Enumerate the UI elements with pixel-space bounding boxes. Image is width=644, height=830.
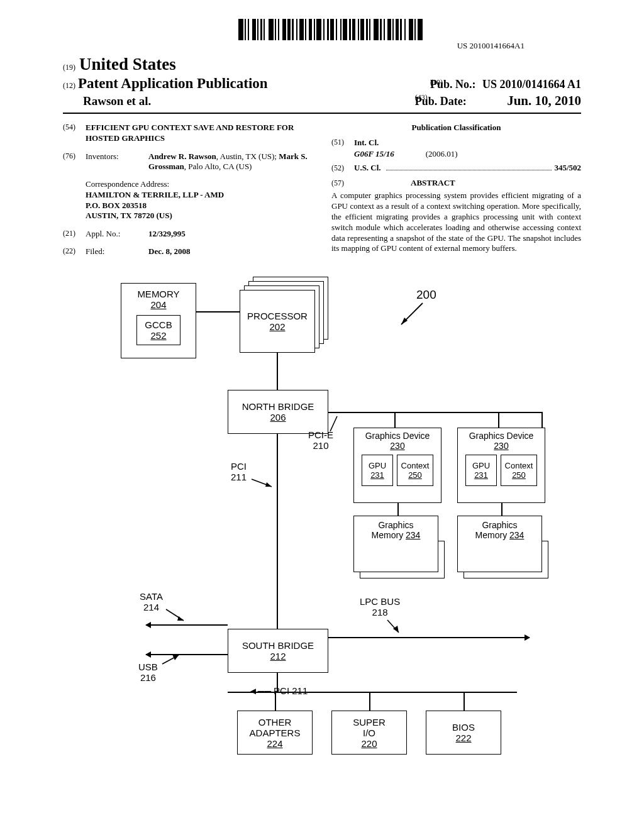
sata-arrow — [146, 624, 228, 626]
pcie-label: PCI-E 210 — [308, 429, 333, 451]
bios-box: BIOS 222 — [426, 711, 501, 755]
gpu-box-1: GPU 231 — [362, 455, 393, 486]
pubno-value: US 2010/0141664 A1 — [482, 78, 581, 91]
bus-to-bios — [464, 692, 465, 711]
corr-heading: Correspondence Address: — [86, 179, 313, 190]
north-to-gdev2 — [498, 412, 499, 428]
code-54: (54) — [63, 123, 86, 144]
pubno-code: (10) — [430, 78, 443, 87]
applno-label: Appl. No.: — [86, 229, 148, 239]
conn-north-south — [277, 434, 278, 629]
graphics-device-2: Graphics Device 230 GPU 231 Context 250 — [457, 428, 545, 503]
conn-memory-processor — [196, 311, 240, 313]
memory-ref: 204 — [150, 299, 166, 310]
code-21: (21) — [63, 229, 86, 239]
gccb-box: GCCB 252 — [136, 315, 180, 345]
graphics-memory-1: Graphics Memory 234 — [353, 516, 438, 572]
pubdate-value: Jun. 10, 2010 — [507, 93, 581, 108]
processor-label: PROCESSOR — [247, 311, 308, 321]
code-51: (51) — [331, 138, 354, 148]
usb-label: USB 216 — [138, 661, 158, 683]
code-12: (12) — [63, 81, 75, 90]
inventor-1-loc: , Austin, TX (US); — [216, 152, 279, 161]
memory-label: MEMORY — [137, 289, 179, 299]
processor-box: PROCESSOR 202 — [240, 290, 315, 353]
context-box-1: Context 250 — [397, 455, 433, 486]
north-to-extra — [541, 412, 543, 428]
south-bridge-ref: 212 — [270, 651, 286, 661]
barcode-text: US 20100141664A1 — [457, 41, 525, 51]
corr-line-3: AUSTIN, TX 78720 (US) — [86, 211, 313, 221]
sata-pointer — [164, 607, 189, 624]
sata-label: SATA 214 — [140, 591, 163, 612]
applno-value: 12/329,995 — [148, 229, 313, 239]
inventor-1-name: Andrew R. Rawson — [148, 152, 216, 161]
ref-200-arrow — [396, 301, 428, 332]
intcl-date: (2006.01) — [426, 149, 458, 159]
svg-marker-8 — [172, 655, 179, 660]
patent-publication-page: US 20100141664A1 (19) United States (12)… — [0, 0, 644, 786]
usb-pointer — [158, 651, 184, 667]
uscl-value: 345/502 — [554, 163, 581, 173]
bus-to-superio — [369, 692, 370, 711]
pub-type-row: (12) Patent Application Publication (10)… — [63, 75, 581, 92]
correspondence-block: Correspondence Address: HAMILTON & TERRI… — [86, 179, 313, 222]
north-right-bus — [328, 412, 542, 413]
inventors-label: Inventors: — [86, 152, 148, 172]
pci-pointer — [250, 477, 277, 489]
intcl-class: G06F 15/16 — [354, 149, 394, 159]
context-box-2: Context 250 — [501, 455, 537, 486]
north-to-gdev1 — [394, 412, 396, 428]
publication-type: Patent Application Publication — [78, 75, 268, 91]
inventor-2-loc: , Palo Alto, CA (US) — [184, 162, 252, 171]
gccb-label: GCCB — [145, 319, 172, 330]
filed-value: Dec. 8, 2008 — [148, 246, 313, 257]
pubdate-code: (43) — [415, 93, 428, 102]
gccb-ref: 252 — [150, 330, 166, 341]
south-right-bus — [328, 637, 530, 638]
intcl-label: Int. Cl. — [354, 138, 379, 148]
country-name: United States — [79, 55, 176, 74]
abstract-heading: ABSTRACT — [411, 178, 455, 188]
abstract-body: A computer graphics processing system pr… — [331, 191, 581, 254]
south-bridge-box: SOUTH BRIDGE 212 — [228, 629, 328, 673]
uscl-label: U.S. Cl. — [354, 163, 381, 173]
pci211-label: ◄──PCI 211 — [248, 685, 308, 696]
code-19: (19) — [63, 63, 75, 72]
gdev2-to-mem — [501, 503, 502, 516]
corr-line-2: P.O. BOX 203518 — [86, 201, 313, 211]
barcode-graphic — [221, 19, 423, 40]
header-country-row: (19) United States — [63, 55, 581, 74]
svg-marker-4 — [265, 482, 272, 487]
graphics-memory-2: Graphics Memory 234 — [457, 516, 542, 572]
graphics-device-1: Graphics Device 230 GPU 231 Context 250 — [353, 428, 441, 503]
invention-title: EFFICIENT GPU CONTEXT SAVE AND RESTORE F… — [86, 123, 313, 144]
system-diagram: MEMORY 204 GCCB 252 PROCESSOR 202 200 NO… — [96, 277, 548, 773]
code-22: (22) — [63, 246, 86, 257]
corr-line-1: HAMILTON & TERRILE, LLP - AMD — [86, 190, 313, 201]
gpu-box-2: GPU 231 — [465, 455, 497, 486]
processor-ref: 202 — [269, 321, 285, 332]
right-column: Publication Classification (51) Int. Cl.… — [331, 123, 581, 264]
classification-heading: Publication Classification — [331, 123, 581, 133]
dot-leader — [386, 170, 552, 170]
author-date-row: Rawson et al. (43) Pub. Date: Jun. 10, 2… — [63, 93, 581, 114]
south-bridge-label: SOUTH BRIDGE — [242, 640, 314, 651]
authors-header: Rawson et al. — [83, 94, 151, 108]
memory-box: MEMORY 204 GCCB 252 — [121, 283, 196, 358]
fig-ref-200: 200 — [416, 288, 436, 302]
code-57: (57) — [331, 179, 354, 188]
super-io-box: SUPER I/O 220 — [331, 711, 407, 755]
barcode-block: US 20100141664A1 — [63, 19, 581, 51]
gdev1-ref: 230 — [390, 441, 404, 451]
biblio-columns: (54) EFFICIENT GPU CONTEXT SAVE AND REST… — [63, 123, 581, 264]
filed-label: Filed: — [86, 246, 148, 257]
lpc-bus-label: LPC BUS 218 — [360, 596, 400, 617]
code-52: (52) — [331, 163, 354, 173]
conn-processor-north — [277, 353, 278, 390]
other-adapters-box: OTHER ADAPTERS 224 — [237, 711, 313, 755]
inventors-list: Andrew R. Rawson, Austin, TX (US); Mark … — [148, 152, 313, 172]
left-column: (54) EFFICIENT GPU CONTEXT SAVE AND REST… — [63, 123, 313, 264]
gdev1-label: Graphics Device — [365, 431, 430, 441]
north-bridge-label: NORTH BRIDGE — [242, 401, 314, 412]
